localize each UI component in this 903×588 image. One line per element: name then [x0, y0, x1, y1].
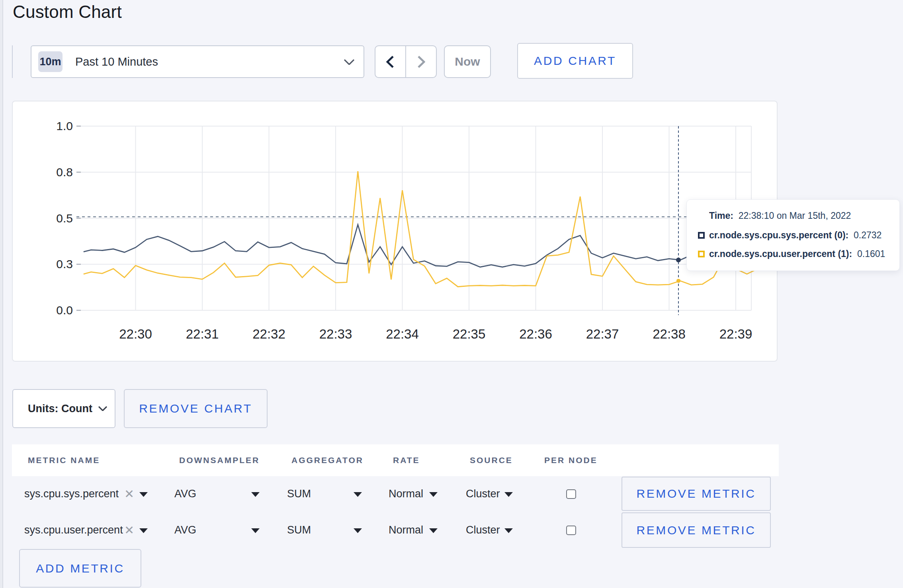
svg-text:22:33: 22:33 [319, 327, 352, 341]
svg-text:0.0: 0.0 [56, 304, 73, 317]
svg-text:22:34: 22:34 [386, 327, 419, 341]
svg-text:22:35: 22:35 [453, 327, 486, 341]
svg-text:22:37: 22:37 [586, 327, 619, 341]
svg-text:0.3: 0.3 [56, 257, 73, 271]
svg-text:1.0: 1.0 [56, 119, 73, 132]
svg-text:22:38: 22:38 [653, 327, 686, 341]
svg-text:22:32: 22:32 [252, 327, 285, 341]
svg-text:0.8: 0.8 [56, 165, 73, 179]
svg-text:22:30: 22:30 [119, 327, 152, 341]
svg-text:22:36: 22:36 [519, 327, 552, 341]
svg-text:0.5: 0.5 [56, 212, 73, 225]
svg-text:22:39: 22:39 [719, 327, 752, 341]
svg-text:22:31: 22:31 [186, 327, 219, 341]
